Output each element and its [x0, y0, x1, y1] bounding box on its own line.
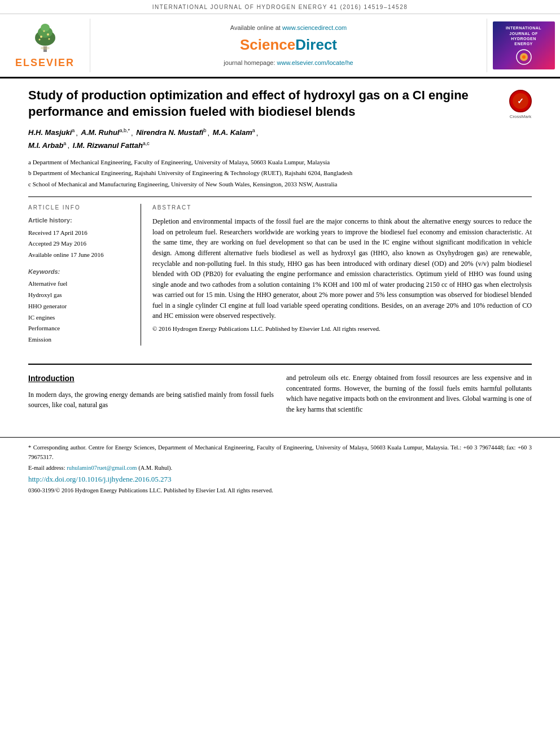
accepted-date: Accepted 29 May 2016 [28, 238, 133, 250]
issn-line: 0360-3199/© 2016 Hydrogen Energy Publica… [28, 487, 532, 495]
elsevier-brand-label: ELSEVIER [15, 56, 75, 70]
email-line: E-mail address: ruhulamin07ruet@gmail.co… [28, 464, 532, 473]
body-col-left: Introduction In modern days, the growing… [28, 373, 274, 414]
journal-homepage: journal homepage: www.elsevier.com/locat… [224, 59, 353, 67]
abstract-col: Abstract Depletion and environmental imp… [152, 204, 532, 346]
svg-point-1 [41, 46, 50, 50]
body-col-right: and petroleum oils etc. Energy obtained … [286, 373, 532, 414]
affil-b: b Department of Mechanical Engineering, … [28, 168, 532, 178]
article-info-label: Article Info [28, 204, 133, 212]
journal-cover-title: International Journal ofHYDROGENENERGY [496, 25, 552, 46]
svg-point-6 [47, 33, 49, 36]
journal-top-bar: International Journal of Hydrogen Energy… [0, 0, 560, 14]
authors: H.H. Masjukia, A.M. Ruhula,b,*, Nirendra… [28, 126, 532, 151]
crossmark-label: CrossMark [509, 113, 532, 120]
keywords-label: Keywords: [28, 268, 133, 276]
affil-a: a Department of Mechanical Engineering, … [28, 158, 532, 167]
svg-point-4 [41, 24, 50, 32]
author-mustafi: Nirendra N. Mustafi [136, 129, 203, 137]
keyword-ic: IC engines [28, 312, 133, 324]
elsevier-logo-area: ELSEVIER [0, 19, 90, 72]
crossmark-badge: ✓ CrossMark [509, 90, 532, 120]
journal-cover-area: International Journal ofHYDROGENENERGY [487, 19, 560, 72]
svg-point-12 [522, 55, 526, 59]
intro-paragraph-left: In modern days, the growing energy deman… [28, 390, 274, 410]
available-date: Available online 17 June 2016 [28, 250, 133, 261]
keyword-alt-fuel: Alternative fuel [28, 278, 133, 290]
keyword-emission: Emission [28, 334, 133, 346]
abstract-text: Depletion and environmental impacts of t… [152, 216, 532, 321]
body-content: Introduction In modern days, the growing… [0, 373, 560, 414]
author-masjuki: H.H. Masjuki [28, 129, 72, 137]
intro-paragraph-right: and petroleum oils etc. Energy obtained … [286, 373, 532, 414]
journal-cover-image: International Journal ofHYDROGENENERGY [493, 21, 555, 69]
affil-c: c School of Mechanical and Manufacturing… [28, 180, 532, 189]
article-info-col: Article Info Article history: Received 1… [28, 204, 141, 346]
author-kalam: M.A. Kalam [213, 129, 252, 137]
article-content: ✓ CrossMark Study of production optimiza… [0, 78, 560, 357]
received-date: Received 17 April 2016 [28, 228, 133, 239]
available-online-text: Available online at www.sciencedirect.co… [230, 24, 347, 32]
homepage-url[interactable]: www.elsevier.com/locate/he [277, 59, 353, 66]
keywords-list: Alternative fuel Hydroxyl gas HHO genera… [28, 278, 133, 346]
doi-link[interactable]: http://dx.doi.org/10.1016/j.ijhydene.201… [28, 475, 172, 483]
body-separator [28, 364, 532, 365]
email-link[interactable]: ruhulamin07ruet@gmail.com [67, 465, 137, 471]
article-info-abstract: Article Info Article history: Received 1… [28, 196, 532, 346]
abstract-label: Abstract [152, 204, 532, 212]
article-title: Study of production optimization and eff… [28, 88, 532, 120]
svg-point-7 [43, 30, 45, 32]
header-area: ELSEVIER Available online at www.science… [0, 14, 560, 78]
author-ruhul: A.M. Ruhul [81, 129, 120, 137]
elsevier-tree-icon [25, 21, 65, 55]
history-dates: Received 17 April 2016 Accepted 29 May 2… [28, 228, 133, 261]
author-arbab: M.I. Arbab [28, 141, 63, 150]
keyword-performance: Performance [28, 323, 133, 334]
keyword-hydroxyl: Hydroxyl gas [28, 290, 133, 301]
elsevier-logo: ELSEVIER [15, 21, 75, 70]
intro-heading: Introduction [28, 373, 274, 385]
article-history-label: Article history: [28, 216, 133, 225]
svg-point-8 [48, 38, 50, 40]
affiliations: a Department of Mechanical Engineering, … [28, 158, 532, 189]
crossmark-icon: ✓ [509, 90, 532, 112]
header-center: Available online at www.sciencedirect.co… [90, 19, 487, 72]
svg-point-9 [38, 39, 40, 41]
copyright-line: © 2016 Hydrogen Energy Publications LLC.… [152, 325, 532, 333]
corresponding-author-note: * Corresponding author. Centre for Energ… [28, 443, 532, 462]
sciencedirect-brand: ScienceDirect [240, 34, 337, 55]
keyword-hho: HHO generator [28, 301, 133, 312]
svg-text:✓: ✓ [517, 97, 524, 106]
sciencedirect-url[interactable]: www.sciencedirect.com [282, 24, 347, 31]
footnote-area: * Corresponding author. Centre for Energ… [0, 437, 560, 495]
journal-cover-icon [515, 49, 532, 65]
author-fattah: I.M. Rizwanul Fattah [73, 141, 143, 150]
svg-point-5 [40, 36, 42, 38]
